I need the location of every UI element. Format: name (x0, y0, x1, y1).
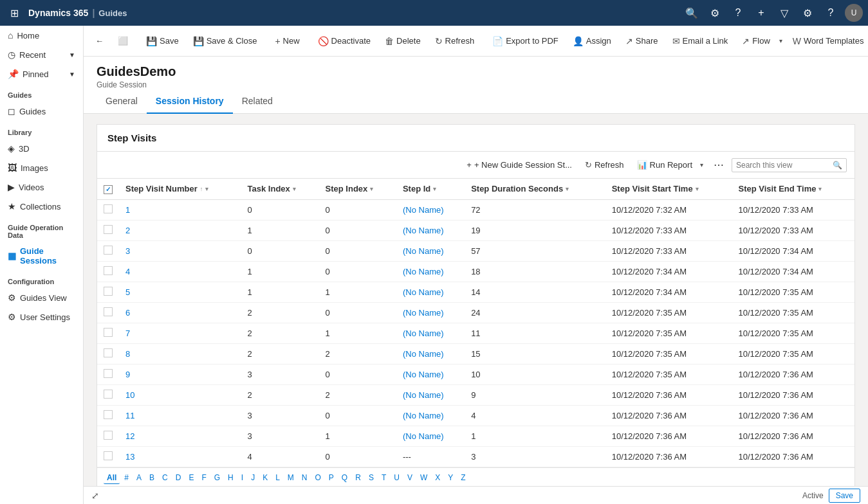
row-checkbox[interactable] (97, 426, 119, 446)
nav-help-icon[interactable]: ? (729, 4, 747, 22)
task-sort-icon[interactable]: ▾ (293, 186, 296, 192)
nav-gear-icon[interactable]: ⚙ (799, 4, 817, 22)
cell-step-id[interactable]: (No Name) (396, 240, 465, 261)
alpha-btn-u[interactable]: U (391, 472, 403, 483)
alpha-btn-m[interactable]: M (284, 472, 297, 483)
table-row[interactable]: 11 3 0 (No Name) 4 10/12/2020 7:36 AM 10… (97, 405, 854, 426)
table-row[interactable]: 13 4 0 --- 3 10/12/2020 7:36 AM 10/12/20… (97, 446, 854, 467)
save-button[interactable]: 💾 Save (140, 32, 185, 50)
alpha-btn-b[interactable]: B (146, 472, 158, 483)
cell-step-visit-number[interactable]: 10 (119, 384, 241, 405)
nav-search-icon[interactable]: 🔍 (683, 4, 701, 22)
col-checkbox[interactable]: ✓ (97, 179, 119, 199)
table-row[interactable]: 12 3 1 (No Name) 1 10/12/2020 7:36 AM 10… (97, 426, 854, 446)
col-filter-icon[interactable]: ▾ (205, 186, 208, 192)
nav-settings-icon[interactable]: ⚙ (706, 4, 724, 22)
nav-question-icon[interactable]: ? (822, 4, 840, 22)
alpha-btn-w[interactable]: W (417, 472, 430, 483)
alpha-btn-e[interactable]: E (185, 472, 197, 483)
flow-dropdown-arrow[interactable]: ▾ (777, 33, 785, 48)
col-start-time[interactable]: Step Visit Start Time ▾ (605, 179, 732, 199)
alpha-btn-h[interactable]: H (225, 472, 237, 483)
cell-step-id[interactable]: (No Name) (396, 323, 465, 343)
alpha-btn-z[interactable]: Z (457, 472, 468, 483)
row-checkbox[interactable] (97, 220, 119, 240)
alpha-btn-k[interactable]: K (259, 472, 271, 483)
row-select-checkbox[interactable] (104, 307, 113, 316)
row-checkbox[interactable] (97, 240, 119, 261)
assign-button[interactable]: 👤 Assign (566, 32, 618, 50)
row-select-checkbox[interactable] (104, 348, 113, 357)
sidebar-item-user-settings[interactable]: ⚙ User Settings (0, 307, 83, 327)
row-checkbox[interactable] (97, 384, 119, 405)
deactivate-button[interactable]: 🚫 Deactivate (311, 32, 377, 50)
cell-step-visit-number[interactable]: 5 (119, 282, 241, 302)
row-select-checkbox[interactable] (104, 431, 113, 440)
expand-status-button[interactable]: ⤢ (91, 491, 99, 501)
cell-step-id[interactable]: (No Name) (396, 261, 465, 282)
row-checkbox[interactable] (97, 343, 119, 364)
row-select-checkbox[interactable] (104, 390, 113, 399)
row-checkbox[interactable] (97, 261, 119, 282)
alpha-btn-y[interactable]: Y (445, 472, 456, 483)
cell-step-id[interactable]: (No Name) (396, 384, 465, 405)
col-end-time[interactable]: Step Visit End Time ▾ (732, 179, 854, 199)
sidebar-item-recent[interactable]: ◷ Recent ▼ (0, 45, 83, 64)
alpha-btn-#[interactable]: # (121, 472, 132, 483)
row-select-checkbox[interactable] (104, 246, 113, 255)
row-checkbox[interactable] (97, 364, 119, 384)
step-sort-icon[interactable]: ▾ (370, 186, 373, 192)
refresh-button[interactable]: ↻ Refresh (429, 32, 481, 50)
back-button[interactable]: ← (89, 32, 110, 50)
row-checkbox[interactable] (97, 405, 119, 426)
duration-sort-icon[interactable]: ▾ (566, 186, 569, 192)
alpha-btn-f[interactable]: F (198, 472, 209, 483)
cell-step-visit-number[interactable]: 7 (119, 323, 241, 343)
cell-step-visit-number[interactable]: 3 (119, 240, 241, 261)
export-pdf-button[interactable]: 📄 Export to PDF (486, 32, 565, 50)
cell-step-id[interactable]: (No Name) (396, 405, 465, 426)
row-checkbox[interactable] (97, 199, 119, 220)
alpha-btn-t[interactable]: T (378, 472, 389, 483)
alpha-btn-n[interactable]: N (299, 472, 311, 483)
select-all-checkbox[interactable]: ✓ (104, 185, 113, 194)
col-step-duration[interactable]: Step Duration Seconds ▾ (465, 179, 605, 199)
table-row[interactable]: 4 1 0 (No Name) 18 10/12/2020 7:34 AM 10… (97, 261, 854, 282)
col-step-index[interactable]: Step Index ▾ (319, 179, 396, 199)
save-close-button[interactable]: 💾 Save & Close (187, 32, 264, 50)
stepid-sort-icon[interactable]: ▾ (433, 186, 436, 192)
cell-step-id[interactable]: (No Name) (396, 282, 465, 302)
cell-step-id[interactable]: (No Name) (396, 302, 465, 323)
panel-run-report-arrow[interactable]: ▾ (697, 158, 706, 172)
tab-related[interactable]: Related (233, 89, 282, 114)
cell-step-visit-number[interactable]: 11 (119, 405, 241, 426)
table-row[interactable]: 5 1 1 (No Name) 14 10/12/2020 7:34 AM 10… (97, 282, 854, 302)
sidebar-item-guides-view[interactable]: ⚙ Guides View (0, 288, 83, 307)
sidebar-item-guide-sessions[interactable]: ▦ Guide Sessions (0, 242, 83, 270)
row-checkbox[interactable] (97, 323, 119, 343)
table-row[interactable]: 2 1 0 (No Name) 19 10/12/2020 7:33 AM 10… (97, 220, 854, 240)
alpha-btn-s[interactable]: S (365, 472, 377, 483)
share-button[interactable]: ↗ Share (619, 32, 665, 50)
alpha-btn-i[interactable]: I (238, 472, 246, 483)
row-select-checkbox[interactable] (104, 266, 113, 275)
flow-button[interactable]: ↗ Flow (735, 32, 776, 50)
cell-step-id[interactable]: (No Name) (396, 220, 465, 240)
sidebar-item-3d[interactable]: ◈ 3D (0, 139, 83, 158)
row-select-checkbox[interactable] (104, 451, 113, 460)
sidebar-item-images[interactable]: 🖼 Images (0, 158, 83, 177)
sidebar-item-home[interactable]: ⌂ Home (0, 26, 83, 45)
alpha-btn-c[interactable]: C (159, 472, 171, 483)
row-select-checkbox[interactable] (104, 287, 113, 296)
row-select-checkbox[interactable] (104, 369, 113, 378)
sidebar-item-guides[interactable]: ◻ Guides (0, 102, 83, 121)
sidebar-item-videos[interactable]: ▶ Videos (0, 177, 83, 197)
sidebar-item-collections[interactable]: ★ Collections (0, 197, 83, 216)
user-avatar[interactable]: U (845, 4, 863, 22)
cell-step-id[interactable]: (No Name) (396, 343, 465, 364)
cell-step-id[interactable]: (No Name) (396, 426, 465, 446)
cell-step-visit-number[interactable]: 1 (119, 199, 241, 220)
alpha-btn-v[interactable]: V (404, 472, 416, 483)
alpha-btn-a[interactable]: A (133, 472, 145, 483)
cell-step-visit-number[interactable]: 2 (119, 220, 241, 240)
